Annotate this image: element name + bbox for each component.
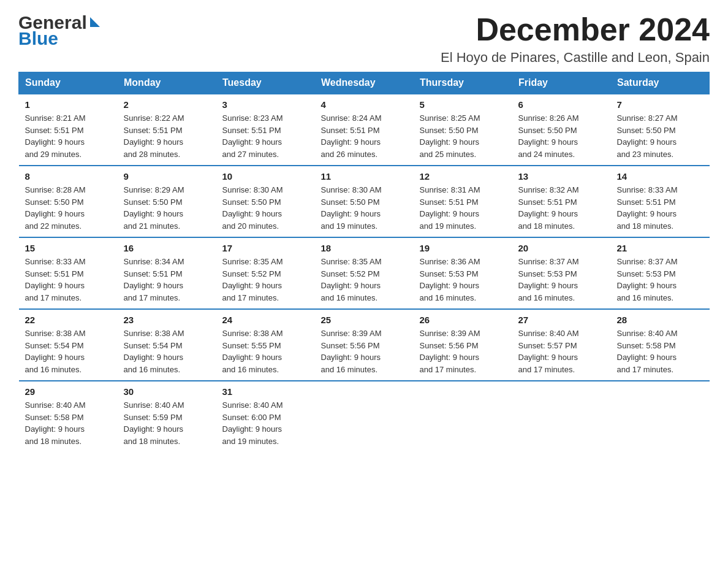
day-info: Sunrise: 8:40 AM Sunset: 6:00 PM Dayligh… [222, 399, 309, 447]
day-number: 28 [617, 315, 703, 325]
day-number: 13 [518, 171, 605, 182]
table-row: 13Sunrise: 8:32 AM Sunset: 5:51 PM Dayli… [512, 166, 611, 237]
day-number: 11 [321, 171, 408, 182]
table-row: 5Sunrise: 8:25 AM Sunset: 5:50 PM Daylig… [414, 94, 512, 166]
col-thursday: Thursday [414, 72, 512, 94]
calendar-week-row: 29Sunrise: 8:40 AM Sunset: 5:58 PM Dayli… [19, 381, 710, 452]
table-row: 28Sunrise: 8:40 AM Sunset: 5:58 PM Dayli… [611, 309, 710, 381]
day-number: 23 [124, 315, 210, 325]
table-row: 15Sunrise: 8:33 AM Sunset: 5:51 PM Dayli… [19, 237, 118, 309]
col-friday: Friday [512, 72, 611, 94]
day-info: Sunrise: 8:21 AM Sunset: 5:51 PM Dayligh… [25, 112, 112, 160]
table-row: 30Sunrise: 8:40 AM Sunset: 5:59 PM Dayli… [118, 381, 216, 452]
col-wednesday: Wednesday [315, 72, 414, 94]
day-number: 27 [518, 315, 605, 325]
day-number: 6 [518, 99, 605, 110]
logo-blue-text: Blue [18, 28, 58, 49]
day-info: Sunrise: 8:31 AM Sunset: 5:51 PM Dayligh… [420, 184, 506, 232]
day-info: Sunrise: 8:35 AM Sunset: 5:52 PM Dayligh… [222, 256, 309, 304]
table-row: 9Sunrise: 8:29 AM Sunset: 5:50 PM Daylig… [118, 166, 216, 237]
table-row: 3Sunrise: 8:23 AM Sunset: 5:51 PM Daylig… [216, 94, 315, 166]
table-row: 22Sunrise: 8:38 AM Sunset: 5:54 PM Dayli… [19, 309, 118, 381]
day-info: Sunrise: 8:33 AM Sunset: 5:51 PM Dayligh… [25, 256, 112, 304]
day-number: 20 [518, 243, 605, 253]
day-number: 16 [124, 243, 210, 253]
table-row: 21Sunrise: 8:37 AM Sunset: 5:53 PM Dayli… [611, 237, 710, 309]
table-row: 20Sunrise: 8:37 AM Sunset: 5:53 PM Dayli… [512, 237, 611, 309]
day-info: Sunrise: 8:40 AM Sunset: 5:58 PM Dayligh… [25, 399, 112, 447]
day-number: 5 [420, 99, 506, 110]
col-sunday: Sunday [19, 72, 118, 94]
day-info: Sunrise: 8:39 AM Sunset: 5:56 PM Dayligh… [420, 327, 506, 375]
day-number: 8 [25, 171, 112, 182]
table-row: 26Sunrise: 8:39 AM Sunset: 5:56 PM Dayli… [414, 309, 512, 381]
calendar-week-row: 15Sunrise: 8:33 AM Sunset: 5:51 PM Dayli… [19, 237, 710, 309]
table-row: 2Sunrise: 8:22 AM Sunset: 5:51 PM Daylig… [118, 94, 216, 166]
day-info: Sunrise: 8:38 AM Sunset: 5:54 PM Dayligh… [124, 327, 210, 375]
col-saturday: Saturday [611, 72, 710, 94]
day-number: 30 [124, 386, 210, 397]
day-info: Sunrise: 8:30 AM Sunset: 5:50 PM Dayligh… [321, 184, 408, 232]
calendar-week-row: 1Sunrise: 8:21 AM Sunset: 5:51 PM Daylig… [19, 94, 710, 166]
table-row [414, 381, 512, 452]
table-row [611, 381, 710, 452]
table-row: 23Sunrise: 8:38 AM Sunset: 5:54 PM Dayli… [118, 309, 216, 381]
col-monday: Monday [118, 72, 216, 94]
day-number: 15 [25, 243, 112, 253]
day-info: Sunrise: 8:24 AM Sunset: 5:51 PM Dayligh… [321, 112, 408, 160]
svg-marker-0 [90, 17, 100, 27]
table-row: 31Sunrise: 8:40 AM Sunset: 6:00 PM Dayli… [216, 381, 315, 452]
header: General Blue December 2024 El Hoyo de Pi… [18, 12, 710, 66]
table-row: 25Sunrise: 8:39 AM Sunset: 5:56 PM Dayli… [315, 309, 414, 381]
table-row: 18Sunrise: 8:35 AM Sunset: 5:52 PM Dayli… [315, 237, 414, 309]
day-info: Sunrise: 8:36 AM Sunset: 5:53 PM Dayligh… [420, 256, 506, 304]
day-info: Sunrise: 8:33 AM Sunset: 5:51 PM Dayligh… [617, 184, 703, 232]
day-number: 17 [222, 243, 309, 253]
day-info: Sunrise: 8:35 AM Sunset: 5:52 PM Dayligh… [321, 256, 408, 304]
day-number: 12 [420, 171, 506, 182]
table-row [512, 381, 611, 452]
day-number: 31 [222, 386, 309, 397]
table-row: 29Sunrise: 8:40 AM Sunset: 5:58 PM Dayli… [19, 381, 118, 452]
calendar-week-row: 22Sunrise: 8:38 AM Sunset: 5:54 PM Dayli… [19, 309, 710, 381]
table-row: 14Sunrise: 8:33 AM Sunset: 5:51 PM Dayli… [611, 166, 710, 237]
day-info: Sunrise: 8:26 AM Sunset: 5:50 PM Dayligh… [518, 112, 605, 160]
day-info: Sunrise: 8:32 AM Sunset: 5:51 PM Dayligh… [518, 184, 605, 232]
day-number: 1 [25, 99, 112, 110]
table-row: 10Sunrise: 8:30 AM Sunset: 5:50 PM Dayli… [216, 166, 315, 237]
day-info: Sunrise: 8:29 AM Sunset: 5:50 PM Dayligh… [124, 184, 210, 232]
day-info: Sunrise: 8:27 AM Sunset: 5:50 PM Dayligh… [617, 112, 703, 160]
day-number: 25 [321, 315, 408, 325]
table-row: 16Sunrise: 8:34 AM Sunset: 5:51 PM Dayli… [118, 237, 216, 309]
day-number: 18 [321, 243, 408, 253]
col-tuesday: Tuesday [216, 72, 315, 94]
day-info: Sunrise: 8:37 AM Sunset: 5:53 PM Dayligh… [617, 256, 703, 304]
logo-arrow-icon [89, 16, 102, 29]
location-title: El Hoyo de Pinares, Castille and Leon, S… [441, 50, 710, 66]
table-row: 4Sunrise: 8:24 AM Sunset: 5:51 PM Daylig… [315, 94, 414, 166]
page-container: General Blue December 2024 El Hoyo de Pi… [18, 12, 710, 452]
day-info: Sunrise: 8:34 AM Sunset: 5:51 PM Dayligh… [124, 256, 210, 304]
table-row: 7Sunrise: 8:27 AM Sunset: 5:50 PM Daylig… [611, 94, 710, 166]
table-row: 6Sunrise: 8:26 AM Sunset: 5:50 PM Daylig… [512, 94, 611, 166]
title-area: December 2024 El Hoyo de Pinares, Castil… [441, 12, 710, 66]
day-number: 21 [617, 243, 703, 253]
day-number: 9 [124, 171, 210, 182]
day-number: 4 [321, 99, 408, 110]
day-number: 24 [222, 315, 309, 325]
day-info: Sunrise: 8:39 AM Sunset: 5:56 PM Dayligh… [321, 327, 408, 375]
table-row: 27Sunrise: 8:40 AM Sunset: 5:57 PM Dayli… [512, 309, 611, 381]
table-row: 8Sunrise: 8:28 AM Sunset: 5:50 PM Daylig… [19, 166, 118, 237]
day-number: 19 [420, 243, 506, 253]
table-row [315, 381, 414, 452]
day-number: 7 [617, 99, 703, 110]
day-info: Sunrise: 8:22 AM Sunset: 5:51 PM Dayligh… [124, 112, 210, 160]
day-number: 2 [124, 99, 210, 110]
table-row: 12Sunrise: 8:31 AM Sunset: 5:51 PM Dayli… [414, 166, 512, 237]
table-row: 11Sunrise: 8:30 AM Sunset: 5:50 PM Dayli… [315, 166, 414, 237]
day-number: 10 [222, 171, 309, 182]
calendar-week-row: 8Sunrise: 8:28 AM Sunset: 5:50 PM Daylig… [19, 166, 710, 237]
day-info: Sunrise: 8:40 AM Sunset: 5:57 PM Dayligh… [518, 327, 605, 375]
table-row: 24Sunrise: 8:38 AM Sunset: 5:55 PM Dayli… [216, 309, 315, 381]
day-info: Sunrise: 8:25 AM Sunset: 5:50 PM Dayligh… [420, 112, 506, 160]
